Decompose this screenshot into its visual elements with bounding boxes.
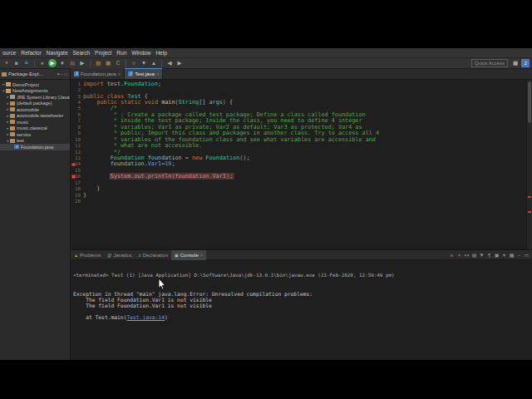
- javadoc-icon: @: [107, 253, 111, 258]
- quick-access-box[interactable]: Quick Access: [471, 59, 508, 67]
- scroll-lock-icon[interactable]: ▼: [479, 251, 485, 259]
- view-header-icons: ▾−▭: [57, 71, 68, 76]
- problems-icon: ▲: [74, 253, 78, 258]
- scrollbar-thumb[interactable]: [528, 81, 531, 123]
- new-class-icon[interactable]: C: [114, 59, 122, 67]
- menu-item-project[interactable]: Project: [92, 48, 114, 58]
- code-line-16[interactable]: 16 System.out.println(foundation.Var1);: [71, 174, 526, 180]
- console-output-line: [73, 308, 532, 314]
- tree-item-demoproject[interactable]: ▸DemoProject: [0, 81, 70, 88]
- terminate-icon[interactable]: ■: [449, 251, 455, 259]
- word-wrap-icon[interactable]: ¶: [486, 251, 492, 259]
- package-icon: [10, 101, 15, 106]
- editor-tab-foundation-java[interactable]: JFoundation.java×: [71, 68, 125, 79]
- menu-bar: ourceRefactorNavigateSearchProjectRunWin…: [0, 48, 532, 58]
- console-tab-declaration[interactable]: ≡Declaration: [135, 250, 171, 260]
- next-annotation-icon[interactable]: ▼: [140, 59, 148, 67]
- new-wizard-icon[interactable]: +: [2, 59, 11, 67]
- tree-item-jre-system-library-javase-12[interactable]: ▸JRE System Library [JavaSE-12]: [0, 94, 70, 101]
- menu-item-refactor[interactable]: Refactor: [18, 48, 44, 58]
- code-line-19[interactable]: 19}: [71, 192, 526, 198]
- console-tab-console[interactable]: ▣Console×: [171, 250, 206, 260]
- error-ruler-mark[interactable]: [528, 211, 531, 213]
- tree-item-default-package[interactable]: ▸(default package): [0, 101, 70, 107]
- debug-icon[interactable]: ●: [38, 59, 47, 67]
- close-tab-icon[interactable]: ×: [156, 71, 160, 76]
- tree-item-service[interactable]: ▸service: [0, 131, 70, 138]
- minimize-panel-icon[interactable]: −: [516, 251, 522, 259]
- editor-tab-test-java[interactable]: JTest.java×: [125, 68, 163, 79]
- console-tab-javadoc[interactable]: @Javadoc: [104, 250, 135, 260]
- code-area: 1import test.Foundation;23public class T…: [71, 81, 526, 249]
- tree-item-music-classical[interactable]: ▸music.classical: [0, 126, 70, 132]
- console-tab-problems[interactable]: ▲Problems: [71, 250, 104, 260]
- close-tab-icon[interactable]: ×: [118, 71, 121, 76]
- tree-item-foundation-java[interactable]: JFoundation.java: [0, 144, 70, 150]
- menu-item-search[interactable]: Search: [71, 48, 93, 58]
- line-number: 15: [71, 168, 83, 173]
- console-toolbar: ■×××▤▼¶▣▾▦−▭: [449, 251, 532, 259]
- console-output[interactable]: <terminated> Test (1) [Java Application]…: [71, 260, 532, 360]
- package-icon: [10, 126, 15, 131]
- open-console-icon[interactable]: ▦: [509, 251, 515, 259]
- tree-item-test[interactable]: ▾test: [0, 138, 70, 145]
- menu-item-run[interactable]: Run: [114, 48, 129, 58]
- console-output-line: The field Foundation.Var1 is not visible: [73, 303, 532, 308]
- remove-launch-icon[interactable]: ×: [456, 251, 462, 259]
- menu-item-navigate[interactable]: Navigate: [44, 48, 71, 58]
- line-number: 7: [71, 118, 83, 123]
- new-java-project-icon[interactable]: ▨: [94, 59, 102, 67]
- java-perspective-icon[interactable]: J: [521, 59, 530, 67]
- menu-item-ource[interactable]: ource: [0, 48, 18, 58]
- code-editor[interactable]: 1import test.Foundation;23public class T…: [71, 80, 532, 249]
- tree-item-automobile[interactable]: ▸automobile: [0, 106, 70, 113]
- tree-item-label: NewAssignments: [12, 88, 48, 93]
- save-icon[interactable]: ■: [12, 59, 21, 67]
- new-package-icon[interactable]: ▦: [104, 59, 112, 67]
- package-explorer-title: Package Expl...: [8, 71, 43, 76]
- java-file-icon: J: [14, 145, 19, 149]
- menu-item-window[interactable]: Window: [129, 48, 153, 58]
- close-tab-icon[interactable]: ×: [200, 253, 204, 258]
- package-explorer-icon: [2, 72, 7, 76]
- clear-console-icon[interactable]: ▤: [471, 251, 477, 259]
- console-tab-label: Console: [180, 253, 199, 258]
- line-number: 2: [71, 87, 83, 92]
- code-line-14[interactable]: 14 foundation.Var1=10;: [71, 161, 526, 167]
- back-history-icon[interactable]: ◀: [165, 59, 174, 67]
- run-dropdown-icon[interactable]: ▾: [58, 59, 66, 67]
- search-icon[interactable]: ○: [130, 59, 138, 67]
- package-explorer-header[interactable]: Package Expl... ▾−▭: [0, 69, 70, 80]
- view-menu-icon[interactable]: ▾: [57, 71, 60, 76]
- package-icon: [10, 139, 15, 143]
- tree-item-newassignments[interactable]: ▾NewAssignments: [0, 88, 70, 95]
- console-tab-label: Problems: [80, 253, 101, 258]
- console-output-line: The field Foundation.Var1 is not visible: [73, 297, 532, 303]
- project-folder-icon: [6, 82, 11, 86]
- minimize-view-icon[interactable]: −: [61, 71, 63, 76]
- run-icon[interactable]: ▶: [48, 59, 57, 67]
- toolbar-separator: [126, 60, 126, 67]
- tree-item-music[interactable]: ▸music: [0, 119, 70, 126]
- open-perspective-icon[interactable]: ▦: [511, 59, 520, 67]
- save-all-icon[interactable]: ≡: [22, 59, 31, 67]
- editor-scrollbar[interactable]: [526, 80, 532, 249]
- line-number: 14: [71, 161, 83, 166]
- tree-item-label: music: [17, 120, 28, 125]
- remove-all-launches-icon[interactable]: ××: [464, 251, 470, 259]
- maximize-panel-icon[interactable]: ▭: [524, 251, 530, 259]
- pin-console-icon[interactable]: ▣: [494, 251, 500, 259]
- error-ruler-mark[interactable]: [528, 196, 531, 198]
- coverage-icon[interactable]: ▤: [68, 59, 76, 67]
- package-icon: [10, 114, 15, 118]
- menu-item-help[interactable]: Help: [153, 48, 169, 58]
- forward-history-icon[interactable]: ▶: [175, 59, 184, 67]
- stacktrace-link[interactable]: Test.java:14: [126, 314, 165, 320]
- code-line-1[interactable]: 1import test.Foundation;: [71, 81, 526, 86]
- external-tools-icon[interactable]: ▶: [78, 59, 86, 67]
- maximize-view-icon[interactable]: ▭: [64, 71, 68, 76]
- display-selected-console-icon[interactable]: ▾: [501, 251, 507, 259]
- code-line-20[interactable]: 20: [71, 198, 526, 204]
- prev-annotation-icon[interactable]: ▲: [150, 59, 158, 67]
- tree-item-automobile-twowheeler[interactable]: ▸automobile.twowheeler: [0, 113, 70, 120]
